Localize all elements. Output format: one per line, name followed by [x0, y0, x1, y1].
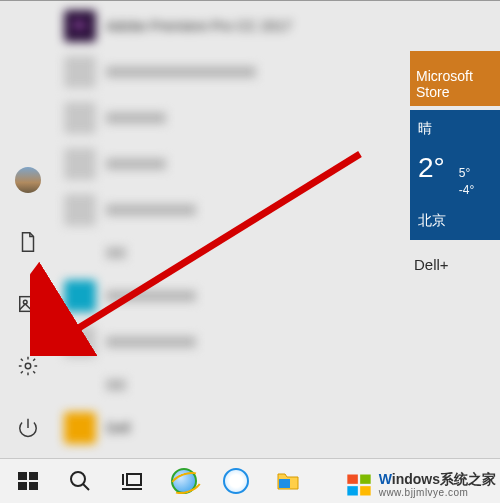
watermark-brand: indows	[392, 471, 440, 487]
svg-rect-17	[347, 486, 358, 495]
svg-rect-11	[127, 474, 141, 485]
app-label	[106, 204, 196, 216]
weather-city: 北京	[418, 212, 492, 230]
start-button[interactable]	[4, 461, 52, 501]
settings-button[interactable]	[8, 346, 48, 386]
tile-placeholder	[410, 1, 500, 51]
app-list[interactable]: Pr Adobe Premiere Pro CC 2017 Dell	[56, 1, 410, 458]
svg-rect-7	[18, 482, 27, 490]
search-button[interactable]	[56, 461, 104, 501]
ie-icon	[171, 468, 197, 494]
weather-high: 5°	[459, 165, 474, 182]
browser-icon	[223, 468, 249, 494]
svg-rect-0	[20, 297, 37, 312]
weather-condition: 晴	[418, 120, 492, 138]
app-icon	[64, 326, 96, 358]
tiles-panel: Microsoft Store 晴 2° 5° -4° 北京 Dell+	[410, 1, 500, 458]
app-item[interactable]	[56, 365, 410, 405]
watermark-w: W	[379, 471, 392, 487]
gear-icon	[17, 355, 39, 377]
app-item[interactable]	[56, 49, 410, 95]
windows-icon	[16, 469, 40, 493]
folder-icon	[276, 469, 300, 493]
app-icon	[64, 280, 96, 312]
power-icon	[17, 417, 39, 439]
dell-tile[interactable]: Dell+	[410, 256, 500, 273]
app-label	[106, 290, 196, 302]
svg-rect-15	[347, 475, 358, 484]
app-label	[106, 158, 166, 170]
file-explorer-button[interactable]	[264, 461, 312, 501]
account-button[interactable]	[8, 160, 48, 200]
app-icon	[64, 102, 96, 134]
app-label	[106, 112, 166, 124]
app-label: Dell	[106, 420, 130, 436]
pictures-button[interactable]	[8, 284, 48, 324]
svg-line-10	[83, 484, 89, 490]
document-icon	[17, 231, 39, 253]
svg-rect-14	[279, 479, 290, 488]
task-view-button[interactable]	[108, 461, 156, 501]
start-rail	[0, 1, 56, 458]
taskbar: Windows系统之家 www.bjjmlvye.com	[0, 458, 500, 503]
weather-low: -4°	[459, 182, 474, 199]
watermark-url: www.bjjmlvye.com	[379, 487, 496, 498]
app-icon	[64, 148, 96, 180]
svg-rect-8	[29, 482, 38, 490]
app-item[interactable]	[56, 95, 410, 141]
weather-tile[interactable]: 晴 2° 5° -4° 北京	[410, 110, 500, 240]
task-view-icon	[120, 469, 144, 493]
app-icon	[64, 56, 96, 88]
app-item[interactable]	[56, 273, 410, 319]
app-icon	[64, 194, 96, 226]
browser-button[interactable]	[212, 461, 260, 501]
weather-range: 5° -4°	[459, 165, 474, 199]
app-label	[106, 336, 196, 348]
watermark-cn: 系统之家	[440, 471, 496, 487]
app-label	[106, 66, 256, 78]
weather-readout: 2° 5° -4°	[418, 152, 492, 199]
app-icon: Pr	[64, 10, 96, 42]
app-item[interactable]: Dell	[56, 405, 410, 451]
svg-point-2	[25, 363, 31, 369]
start-menu: Pr Adobe Premiere Pro CC 2017 Dell Micro…	[0, 1, 500, 458]
app-item[interactable]	[56, 187, 410, 233]
app-label	[106, 247, 126, 259]
app-item[interactable]: Pr Adobe Premiere Pro CC 2017	[56, 3, 410, 49]
app-item[interactable]	[56, 233, 410, 273]
user-avatar-icon	[15, 167, 41, 193]
store-tile[interactable]: Microsoft Store	[410, 51, 500, 106]
internet-explorer-button[interactable]	[160, 461, 208, 501]
app-item[interactable]	[56, 141, 410, 187]
watermark: Windows系统之家 www.bjjmlvye.com	[345, 471, 496, 499]
documents-button[interactable]	[8, 222, 48, 262]
weather-temperature: 2°	[418, 152, 445, 184]
svg-point-9	[71, 472, 85, 486]
store-tile-label: Microsoft Store	[416, 68, 494, 100]
app-icon	[64, 412, 96, 444]
power-button[interactable]	[8, 408, 48, 448]
search-icon	[68, 469, 92, 493]
svg-rect-5	[18, 472, 27, 480]
svg-rect-16	[360, 475, 371, 484]
app-label: Adobe Premiere Pro CC 2017	[106, 18, 292, 34]
pictures-icon	[17, 293, 39, 315]
app-item[interactable]	[56, 319, 410, 365]
svg-rect-6	[29, 472, 38, 480]
windows-logo-icon	[345, 471, 373, 499]
app-label	[106, 379, 126, 391]
svg-rect-18	[360, 486, 371, 495]
dell-tile-label: Dell+	[414, 256, 449, 273]
